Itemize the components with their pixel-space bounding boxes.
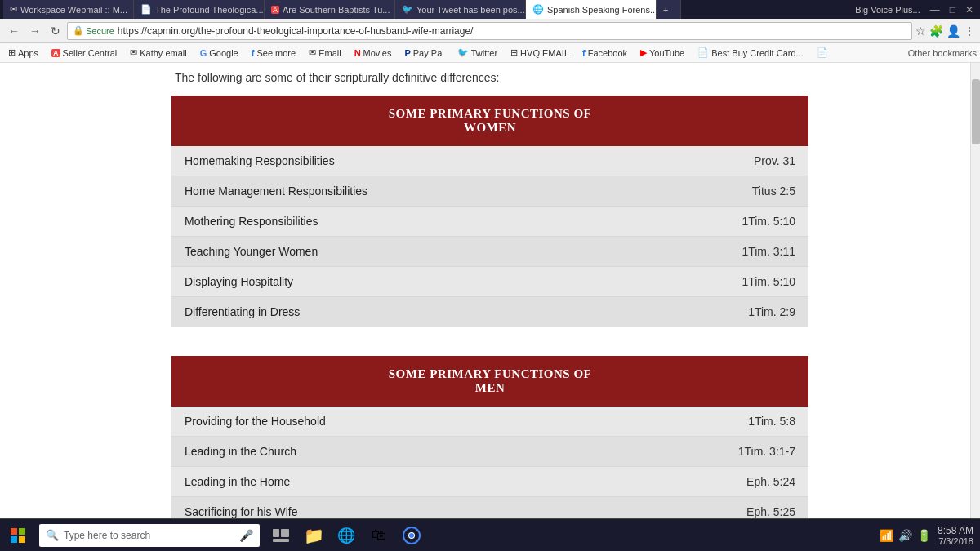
svg-rect-1 [19,528,25,535]
taskbar-clock[interactable]: 8:58 AM 7/3/2018 [938,525,973,546]
bookmark-seller[interactable]: A Seller Central [47,47,122,60]
extensions-button[interactable]: 🧩 [929,24,943,38]
bookmark-extra[interactable]: 📄 [812,46,833,60]
tab-spanish[interactable]: 🌐 Spanish Speaking Forens... ✕ [526,0,657,19]
edge-icon: 🌐 [337,527,355,544]
app-title: Big Voice Plus... [855,5,920,15]
svg-rect-3 [19,536,25,543]
taskbar-explorer[interactable]: 📁 [299,521,328,550]
bookmark-email[interactable]: ✉ Email [304,46,346,60]
tab-label-baptists: Are Southern Baptists Tu... [283,5,390,15]
men-reference-cell: 1Tim. 5:8 [604,407,808,437]
men-function-cell: Providing for the Household [172,407,604,437]
taskbar-taskview[interactable] [266,521,296,550]
star-button[interactable]: ☆ [915,24,926,38]
bookmark-movies[interactable]: N Movies [350,47,397,60]
taskbar-edge[interactable]: 🌐 [332,521,361,550]
intro-text: The following are some of their scriptur… [172,71,808,84]
tab-icon-baptists: A [271,6,279,14]
svg-rect-0 [11,528,17,535]
bookmark-bestbuy[interactable]: 📄 Best Buy Credit Card... [693,46,808,60]
back-button[interactable]: ← [5,23,23,39]
women-table-row: Home Management Responsibilities Titus 2… [172,176,808,207]
other-bookmarks[interactable]: Other bookmarks [908,48,977,58]
taskbar-chrome[interactable] [397,521,426,550]
bookmark-facebook[interactable]: f Facebook [577,47,632,60]
bookmark-paypal[interactable]: P Pay Pal [399,47,448,60]
refresh-button[interactable]: ↻ [47,23,64,39]
tab-icon-spanish: 🌐 [532,4,544,15]
bookmark-youtube[interactable]: ▶ YouTube [635,46,689,60]
user-button[interactable]: 👤 [947,24,960,38]
svg-rect-4 [273,529,279,537]
bookmark-google[interactable]: G Google [195,47,243,60]
men-function-cell: Leading in the Church [172,437,604,467]
bookmark-twitter[interactable]: 🐦 Twitter [452,46,502,60]
scrollbar[interactable] [970,63,980,518]
paypal-icon: P [404,48,410,58]
kathy-icon: ✉ [130,47,137,58]
taskbar-time-display: 8:58 AM [938,525,973,536]
explorer-icon: 📁 [304,526,324,545]
bookmark-apps-label: Apps [18,48,38,58]
tab-label-webmail: Workspace Webmail :: M... [20,5,127,15]
bookmark-facebook-see-label: See more [256,48,296,58]
start-button[interactable] [0,519,36,552]
bookmark-bestbuy-label: Best Buy Credit Card... [711,48,804,58]
taskbar-system-icons: 📶 🔊 🔋 [880,529,931,542]
movies-icon: N [354,48,361,58]
microphone-icon[interactable]: 🎤 [239,529,253,542]
bookmark-hvq[interactable]: ⊞ HVQ EMAIL [506,46,574,60]
tab-theological[interactable]: 📄 The Profound Theologica... ✕ [134,0,265,19]
tab-new[interactable]: + [657,0,681,19]
menu-button[interactable]: ⋮ [964,24,975,38]
men-reference-cell: Eph. 5:24 [604,467,808,497]
search-icon: 🔍 [46,529,59,541]
google-icon: G [200,48,207,58]
women-function-cell: Home Management Responsibilities [172,176,633,207]
bookmark-apps[interactable]: ⊞ Apps [3,46,43,60]
nav-icons: ☆ 🧩 👤 ⋮ [915,24,975,38]
women-table-header: SOME PRIMARY FUNCTIONS OF WOMEN [172,96,808,146]
store-icon: 🛍 [372,527,386,544]
tab-baptists[interactable]: A Are Southern Baptists Tu... ✕ [265,0,395,19]
minimize-button[interactable]: — [927,4,943,16]
bookmark-google-label: Google [209,48,238,58]
women-reference-cell: 1Tim. 5:10 [633,267,808,297]
taskbar-store[interactable]: 🛍 [364,521,394,550]
bookmark-paypal-label: Pay Pal [413,48,444,58]
tab-webmail[interactable]: ✉ Workspace Webmail :: M... ✕ [3,0,134,19]
maximize-button[interactable]: □ [947,4,959,16]
forward-button[interactable]: → [26,23,44,39]
tab-label-spanish: Spanish Speaking Forens... [547,5,657,15]
taskbar-search-bar[interactable]: 🔍 Type here to search 🎤 [39,524,260,547]
men-header-line1: SOME PRIMARY FUNCTIONS OF [389,367,592,380]
new-tab-icon: + [663,5,668,15]
women-reference-cell: 1Tim. 3:11 [633,237,808,267]
facebook-icon: f [582,48,586,58]
women-table: SOME PRIMARY FUNCTIONS OF WOMEN Homemaki… [172,96,808,327]
bookmark-hvq-label: HVQ EMAIL [520,48,569,58]
tab-tweet[interactable]: 🐦 Your Tweet has been pos... ✕ [395,0,526,19]
battery-icon[interactable]: 🔋 [917,529,931,542]
bookmarks-bar: ⊞ Apps A Seller Central ✉ Kathy email G … [0,43,980,63]
bookmark-kathy[interactable]: ✉ Kathy email [125,46,191,60]
bookmark-youtube-label: YouTube [649,48,684,58]
women-function-cell: Homemaking Responsibilities [172,146,633,176]
taskbar-right: 📶 🔊 🔋 8:58 AM 7/3/2018 [880,525,980,546]
volume-icon[interactable]: 🔊 [898,529,912,542]
close-button[interactable]: ✕ [962,4,977,16]
tab-icon-webmail: ✉ [10,4,17,15]
network-icon[interactable]: 📶 [880,529,893,542]
taskview-icon [273,529,289,542]
women-header-line1: SOME PRIMARY FUNCTIONS OF [389,107,592,120]
chrome-icon [403,527,421,544]
scrollbar-thumb[interactable] [972,79,980,144]
youtube-icon: ▶ [640,47,647,58]
secure-label: Secure [86,26,114,36]
apps-icon: ⊞ [8,47,16,58]
address-bar[interactable]: 🔒 Secure https://capmin.org/the-profound… [67,22,912,40]
taskbar-search-text: Type here to search [64,530,234,541]
bookmark-facebook-see[interactable]: f See more [247,47,301,60]
svg-point-9 [409,533,414,538]
